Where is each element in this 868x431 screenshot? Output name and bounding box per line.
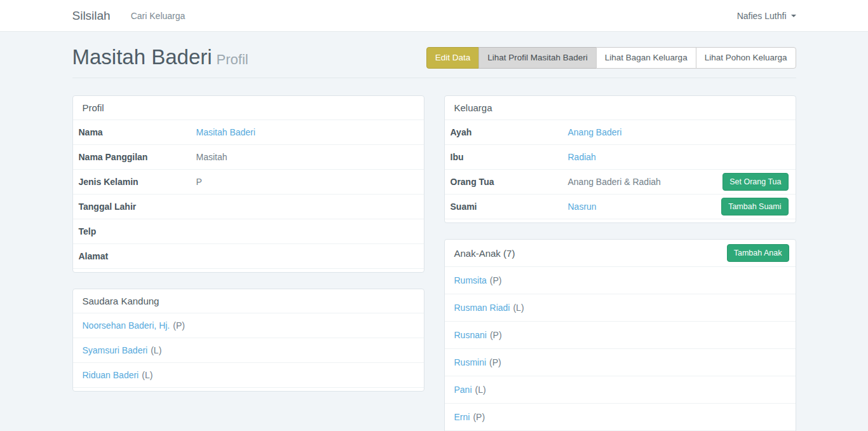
profil-panel-title: Profil xyxy=(73,96,424,120)
ayah-link[interactable]: Anang Baderi xyxy=(568,127,622,137)
sibling-link[interactable]: Syamsuri Baderi xyxy=(83,345,148,355)
left-column: Profil Nama Masitah Baderi Nama Panggila… xyxy=(72,95,424,392)
table-row: Nama Panggilan Masitah xyxy=(73,145,424,170)
list-item: Erni (P) xyxy=(445,404,796,431)
table-row: Alamat xyxy=(73,244,424,269)
brand-link[interactable]: Silsilah xyxy=(72,9,111,23)
child-link[interactable]: Rusmini xyxy=(454,357,487,367)
child-link[interactable]: Rusnani xyxy=(454,330,487,340)
anak-anak-panel: Anak-Anak (7) Tambah Anak Rumsita (P) Ru… xyxy=(444,239,796,431)
table-row: Suami Nasrun Tambah Suami xyxy=(445,195,796,219)
edit-data-button[interactable]: Edit Data xyxy=(426,47,480,69)
profil-panel: Profil Nama Masitah Baderi Nama Panggila… xyxy=(72,95,424,273)
anak-panel-heading: Anak-Anak (7) Tambah Anak xyxy=(445,240,796,267)
child-link[interactable]: Rusman Riadi xyxy=(454,303,510,313)
keluarga-panel: Keluarga Ayah Anang Baderi Ibu Radiah Or… xyxy=(444,95,796,223)
table-row: Ayah Anang Baderi xyxy=(445,120,796,145)
gender-tag: (L) xyxy=(151,345,161,355)
row-value: Masitah xyxy=(196,152,418,162)
user-name: Nafies Luthfi xyxy=(737,11,787,21)
row-value: Anang Baderi & Radiah xyxy=(568,177,723,187)
row-label: Alamat xyxy=(79,251,196,261)
row-label: Tanggal Lahir xyxy=(79,202,196,212)
list-item: Syamsuri Baderi (L) xyxy=(73,338,424,363)
table-row: Jenis Kelamin P xyxy=(73,170,424,195)
gender-tag: (P) xyxy=(489,357,501,367)
tambah-anak-button[interactable]: Tambah Anak xyxy=(727,244,789,262)
row-label: Nama Panggilan xyxy=(79,152,196,162)
saudara-kandung-panel: Saudara Kandung Noorsehan Baderi, Hj. (P… xyxy=(72,289,424,392)
sibling-link[interactable]: Riduan Baderi xyxy=(83,370,139,380)
keluarga-panel-title: Keluarga xyxy=(445,96,796,120)
table-row: Nama Masitah Baderi xyxy=(73,120,424,145)
nav-item-cari-keluarga[interactable]: Cari Keluarga xyxy=(131,11,186,21)
list-item: Riduan Baderi (L) xyxy=(73,363,424,388)
row-label: Jenis Kelamin xyxy=(79,177,196,187)
child-link[interactable]: Pani xyxy=(454,385,472,395)
right-column: Keluarga Ayah Anang Baderi Ibu Radiah Or… xyxy=(444,95,796,431)
anak-panel-title: Anak-Anak (7) xyxy=(454,248,515,259)
gender-tag: (P) xyxy=(173,320,185,331)
lihat-pohon-button[interactable]: Lihat Pohon Keluarga xyxy=(696,47,796,69)
row-label: Ibu xyxy=(451,152,568,162)
row-label: Telp xyxy=(79,226,196,236)
nama-link[interactable]: Masitah Baderi xyxy=(196,127,255,137)
list-item: Pani (L) xyxy=(445,376,796,404)
user-dropdown[interactable]: Nafies Luthfi xyxy=(737,11,796,21)
table-row: Telp xyxy=(73,219,424,244)
lihat-profil-button[interactable]: Lihat Profil Masitah Baderi xyxy=(478,47,597,69)
row-label: Orang Tua xyxy=(451,177,568,187)
gender-tag: (L) xyxy=(475,385,486,395)
suami-link[interactable]: Nasrun xyxy=(568,202,597,212)
caret-down-icon xyxy=(791,15,796,17)
gender-tag: (P) xyxy=(490,275,502,285)
row-label: Suami xyxy=(451,202,568,212)
saudara-panel-title: Saudara Kandung xyxy=(73,289,424,313)
list-item: Rusman Riadi (L) xyxy=(445,294,796,322)
list-item: Rumsita (P) xyxy=(445,267,796,294)
page-title: Masitah BaderiProfil xyxy=(72,46,248,71)
top-navbar: Silsilah Cari Keluarga Nafies Luthfi xyxy=(0,0,868,32)
list-item: Noorsehan Baderi, Hj. (P) xyxy=(73,313,424,338)
ibu-link[interactable]: Radiah xyxy=(568,152,596,162)
child-link[interactable]: Erni xyxy=(454,412,470,422)
gender-tag: (P) xyxy=(490,330,502,340)
set-orang-tua-button[interactable]: Set Orang Tua xyxy=(722,173,788,191)
row-label: Ayah xyxy=(451,127,568,137)
table-row: Orang Tua Anang Baderi & Radiah Set Oran… xyxy=(445,170,796,195)
page-subtitle: Profil xyxy=(217,51,248,67)
tambah-suami-button[interactable]: Tambah Suami xyxy=(721,198,788,216)
lihat-bagan-button[interactable]: Lihat Bagan Keluarga xyxy=(596,47,696,69)
gender-tag: (P) xyxy=(473,412,485,422)
gender-tag: (L) xyxy=(513,303,524,313)
row-label: Nama xyxy=(79,127,196,137)
sibling-link[interactable]: Noorsehan Baderi, Hj. xyxy=(83,320,170,331)
page-header: Masitah BaderiProfil Edit Data Lihat Pro… xyxy=(72,32,796,78)
child-link[interactable]: Rumsita xyxy=(454,275,487,285)
person-name: Masitah Baderi xyxy=(72,45,212,69)
table-row: Tanggal Lahir xyxy=(73,195,424,219)
table-row: Ibu Radiah xyxy=(445,145,796,170)
row-value: P xyxy=(196,177,418,187)
gender-tag: (L) xyxy=(142,370,153,380)
list-item: Rusmini (P) xyxy=(445,349,796,376)
list-item: Rusnani (P) xyxy=(445,322,796,349)
profile-actions-group: Edit Data Lihat Profil Masitah Baderi Li… xyxy=(426,47,796,69)
